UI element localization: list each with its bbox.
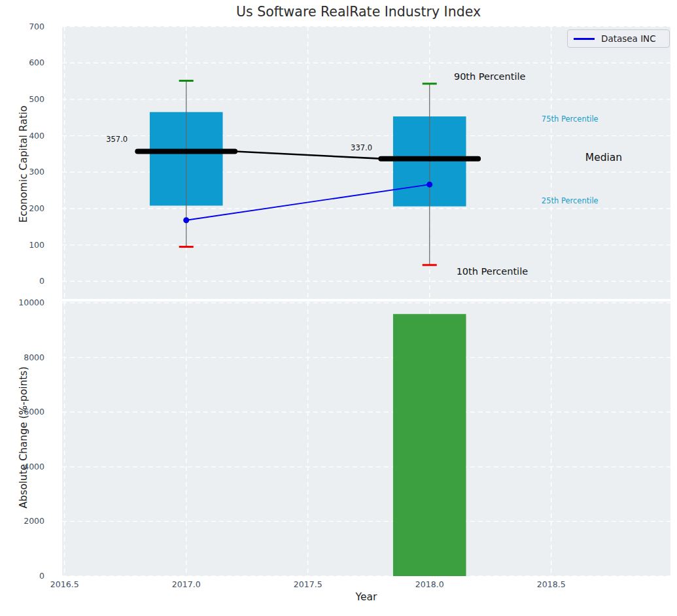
datasea-marker-2017 (183, 217, 189, 223)
bottom-y-tick-label: 4000 (0, 462, 44, 472)
legend: Datasea INC (567, 29, 670, 48)
x-tick-label: 2018.0 (407, 579, 453, 590)
top-y-tick-label: 400 (0, 131, 44, 141)
x-tick-label: 2017.0 (164, 579, 209, 590)
legend-line-swatch (574, 38, 595, 40)
top-y-tick-label: 200 (0, 203, 44, 214)
datasea-marker-2018 (426, 182, 432, 188)
top-y-tick-label: 500 (0, 94, 44, 105)
bottom-y-tick-label: 8000 (0, 352, 44, 363)
change-bar-2018 (393, 314, 466, 576)
chart-title: Us Software RealRate Industry Index (130, 4, 587, 20)
label-90th-percentile: 90th Percentile (454, 72, 525, 82)
label-median: Median (585, 153, 622, 163)
bottom-y-axis-label: Absolute Change (%-points) (18, 339, 32, 536)
bottom-y-tick-label: 6000 (0, 407, 44, 417)
median-value-label-2018: 337.0 (351, 145, 372, 152)
x-tick-label: 2017.5 (285, 579, 331, 590)
top-y-tick-label: 300 (0, 167, 44, 177)
label-25th-percentile: 25th Percentile (542, 197, 599, 205)
top-plot-area (62, 26, 670, 299)
bottom-y-tick-label: 10000 (0, 298, 44, 308)
x-axis-label: Year (301, 591, 432, 603)
top-y-tick-label: 100 (0, 240, 44, 250)
x-tick-label: 2018.5 (529, 579, 574, 590)
label-75th-percentile: 75th Percentile (542, 116, 599, 124)
industry-index-figure: Us Software RealRate Industry Index Econ… (0, 0, 677, 616)
bottom-plot-area (62, 301, 670, 576)
top-y-tick-label: 600 (0, 58, 44, 68)
legend-label: Datasea INC (601, 33, 656, 44)
bottom-y-tick-label: 0 (0, 571, 44, 581)
top-y-tick-label: 700 (0, 22, 44, 32)
x-tick-label: 2016.5 (42, 579, 88, 590)
bottom-y-tick-label: 2000 (0, 516, 44, 526)
top-y-tick-label: 0 (0, 276, 44, 286)
label-10th-percentile: 10th Percentile (457, 266, 528, 276)
median-value-label-2017: 357.0 (106, 137, 128, 145)
